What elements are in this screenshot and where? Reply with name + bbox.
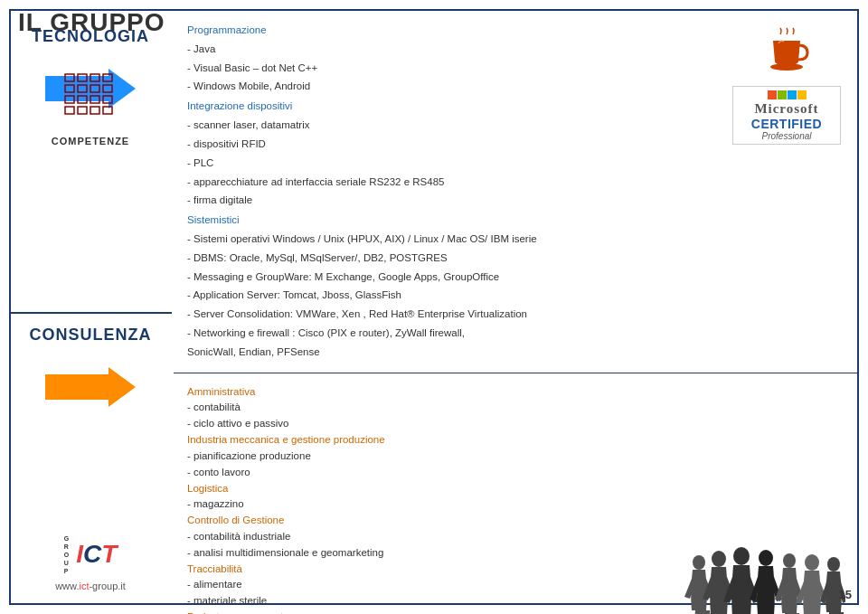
ms-red — [768, 90, 777, 99]
sis-item-2: - DBMS: Oracle, MySql, MSqlServer/, DB2,… — [187, 250, 714, 267]
svg-rect-10 — [90, 96, 99, 103]
ms-blue — [788, 90, 797, 99]
trac-item-2: - materiale sterile — [187, 593, 674, 609]
ict-t: T — [101, 540, 117, 569]
svg-rect-0 — [65, 74, 74, 81]
svg-rect-11 — [103, 96, 112, 103]
competenze-area: COMPETENZE — [9, 72, 172, 156]
svg-rect-14 — [90, 107, 99, 114]
svg-rect-5 — [78, 85, 87, 92]
int-item-3: - PLC — [187, 156, 714, 172]
ict-i: I — [76, 540, 83, 569]
consulenza-label: CONSULENZA — [30, 326, 152, 345]
competenze-label: COMPETENZE — [52, 136, 129, 146]
svg-rect-1 — [78, 74, 87, 81]
orange-arrow-head — [108, 367, 136, 407]
svg-point-22 — [805, 554, 819, 571]
ind-item-1: - pianificazione produzione — [187, 449, 674, 465]
ict-logo: G R O U P I C T — [64, 534, 118, 575]
network-icon — [63, 72, 118, 118]
ict-c: C — [83, 540, 101, 569]
sis-item-3: - Messaging e GroupWare: M Exchange, Goo… — [187, 269, 714, 286]
consulenza-image — [683, 384, 845, 614]
ind-item-2: - conto lavoro — [187, 465, 674, 481]
ms-yellow — [797, 90, 807, 99]
controllo-heading: Controllo di Gestione — [187, 515, 284, 525]
ms-professional-text: Professional — [761, 131, 811, 141]
int-item-4: - apparecchiature ad interfaccia seriale… — [187, 175, 714, 191]
svg-rect-12 — [65, 107, 74, 114]
tech-icons: Microsoft CERTIFIED Professional — [728, 23, 845, 364]
sistemistici-heading: Sistemistici — [187, 214, 240, 225]
amm-item-1: - contabilità — [187, 400, 674, 416]
people-silhouette — [683, 543, 845, 614]
int-item-1: - scanner laser, datamatrix — [187, 118, 714, 134]
svg-point-23 — [827, 557, 840, 571]
tecnologia-content: Programmazione - Java - Visual Basic – d… — [174, 9, 859, 373]
orange-arrow-body — [45, 374, 108, 400]
sis-item-1: - Sistemi operativi Windows / Unix (HPUX… — [187, 231, 714, 248]
tech-text: Programmazione - Java - Visual Basic – d… — [187, 23, 714, 364]
page-number: 15 — [839, 588, 852, 601]
amministrativa-heading: Amministrativa — [187, 386, 255, 397]
sis-item-5: - Server Consolidation: VMWare, Xen , Re… — [187, 307, 714, 323]
svg-point-21 — [783, 553, 796, 568]
int-item-5: - firma digitale — [187, 193, 714, 209]
prog-item-3: - Windows Mobile, Android — [187, 79, 714, 95]
log-item-1: - magazzino — [187, 496, 674, 513]
svg-rect-4 — [65, 85, 74, 92]
svg-rect-3 — [103, 74, 112, 81]
prog-item-2: - Visual Basic – dot Net C++ — [187, 61, 714, 77]
tecnologia-label: TECNOLOGIA — [32, 27, 149, 46]
consulenza-content: Amministrativa - contabilità - ciclo att… — [174, 373, 859, 614]
ms-logo-text: Microsoft — [754, 101, 818, 117]
svg-rect-13 — [78, 107, 87, 114]
svg-rect-15 — [103, 107, 112, 114]
ms-green — [778, 90, 787, 99]
consulenza-text-area: Amministrativa - contabilità - ciclo att… — [187, 384, 674, 614]
sis-item-4: - Application Server: Tomcat, Jboss, Gla… — [187, 288, 714, 304]
amm-item-2: - ciclo attivo e passivo — [187, 416, 674, 432]
svg-rect-9 — [78, 96, 87, 103]
ctrl-item-2: - analisi multidimensionale e geomarketi… — [187, 545, 674, 562]
ms-color-squares — [768, 90, 807, 99]
svg-rect-2 — [90, 74, 99, 81]
java-icon — [762, 27, 812, 77]
group-vertical-text: G R O U P — [64, 534, 70, 575]
website-text: www.ict-group.it — [55, 581, 126, 591]
svg-rect-7 — [103, 85, 112, 92]
ctrl-item-1: - contabilità industriale — [187, 529, 674, 545]
svg-rect-8 — [65, 96, 74, 103]
integrazione-heading: Integrazione dispositivi — [187, 100, 292, 111]
svg-point-18 — [712, 551, 726, 567]
prog-item-1: - Java — [187, 42, 714, 58]
ict-letters: I C T — [76, 540, 117, 569]
consulenza-arrow — [45, 367, 136, 407]
right-content: Programmazione - Java - Visual Basic – d… — [174, 9, 859, 605]
svg-point-16 — [770, 63, 803, 71]
svg-rect-6 — [90, 85, 99, 92]
svg-point-20 — [759, 550, 773, 566]
tracciabilita-heading: Tracciabilità — [187, 563, 242, 574]
svg-point-17 — [693, 555, 705, 570]
logistica-heading: Logistica — [187, 483, 228, 494]
ms-certified-text: CERTIFIED — [751, 117, 822, 131]
sis-item-7: SonicWall, Endian, PFSense — [187, 345, 714, 361]
bottom-logos: G R O U P I C T www.ict-group.it — [9, 515, 172, 605]
trac-item-1: - alimentare — [187, 577, 674, 593]
programmazione-heading: Programmazione — [187, 24, 267, 35]
sis-item-6: - Networking e firewall : Cisco (PIX e r… — [187, 326, 714, 342]
industria-heading: Industria meccanica e gestione produzion… — [187, 434, 385, 445]
svg-point-19 — [733, 547, 750, 565]
microsoft-certified: Microsoft CERTIFIED Professional — [732, 86, 841, 145]
int-item-2: - dispositivi RFID — [187, 137, 714, 153]
